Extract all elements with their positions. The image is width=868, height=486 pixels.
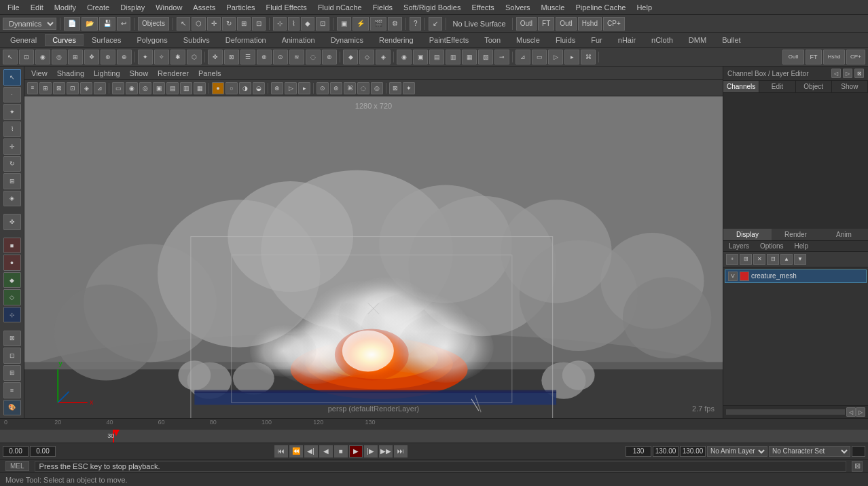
custom-icon[interactable]: ⊠ <box>224 50 239 64</box>
menu-item-softrigid[interactable]: Soft/Rigid Bodies <box>399 2 465 13</box>
vp-tb-25[interactable]: ✦ <box>403 82 415 94</box>
new-scene-btn[interactable]: 📄 <box>64 17 80 31</box>
tc2-icon[interactable]: ▭ <box>532 50 547 64</box>
tab-ncloth[interactable]: nCloth <box>644 34 681 46</box>
lasso-btn[interactable]: ⬡ <box>192 17 206 31</box>
layer-scrollbar-track[interactable] <box>726 409 845 415</box>
fluids-icon[interactable]: ≋ <box>289 50 304 64</box>
vp-menu-show[interactable]: Show <box>126 69 153 78</box>
title-btn2[interactable]: ▷ <box>843 69 852 78</box>
end-frame-field[interactable] <box>626 446 651 457</box>
timeline-ruler[interactable]: 0 20 40 60 80 100 120 130 <box>0 419 868 430</box>
menu-item-fluid-ncache[interactable]: Fluid nCache <box>313 2 367 13</box>
menu-item-particles[interactable]: Particles <box>221 2 259 13</box>
render-btn[interactable]: 🎬 <box>370 17 386 31</box>
render-icon-left[interactable]: 🎨 <box>3 400 21 416</box>
timeline-bar[interactable]: 30 <box>0 430 868 443</box>
scale-btn[interactable]: ⊞ <box>237 17 251 31</box>
vp-tb-15[interactable]: ◒ <box>253 82 265 94</box>
tc1-icon[interactable]: ⊿ <box>516 50 530 64</box>
extra-field1[interactable] <box>852 446 865 457</box>
next-key-btn[interactable]: |▶ <box>364 445 378 457</box>
layer-vis-btn[interactable]: V <box>728 272 738 281</box>
scale-tool-btn[interactable]: ⊞ <box>3 173 21 189</box>
menu-item-file[interactable]: File <box>3 2 24 13</box>
le-tab-display[interactable]: Display <box>723 229 772 240</box>
menu-item-muscle[interactable]: Muscle <box>537 2 570 13</box>
display5-icon[interactable]: ▧ <box>478 50 493 64</box>
vp-tb-21[interactable]: ⌘ <box>344 82 356 94</box>
layer-up-btn[interactable]: ▲ <box>780 254 793 265</box>
tc3-icon[interactable]: ▷ <box>548 50 563 64</box>
display3-icon[interactable]: ▥ <box>446 50 460 64</box>
tab-painteffects[interactable]: PaintEffects <box>422 34 477 46</box>
last-tool-btn[interactable]: ⊡ <box>252 17 266 31</box>
stop-btn[interactable]: ■ <box>334 445 348 457</box>
invert-sel-icon[interactable]: ⊛ <box>101 50 115 64</box>
menu-item-window[interactable]: Window <box>151 2 187 13</box>
cp-btn[interactable]: CP+ <box>603 17 625 31</box>
prev-key-btn[interactable]: ◀| <box>304 445 318 457</box>
move-tool-btn[interactable]: ✛ <box>3 138 21 155</box>
tab-surfaces[interactable]: Surfaces <box>84 34 128 46</box>
vp-tb-2[interactable]: ⊠ <box>53 82 65 94</box>
layer-new-btn[interactable]: + <box>726 254 738 265</box>
menu-item-display[interactable]: Display <box>115 2 149 13</box>
vis-toggle-icon[interactable]: ◉ <box>397 50 412 64</box>
cp2-icon[interactable]: CP+ <box>846 50 865 64</box>
tab-rendering[interactable]: Rendering <box>372 34 421 46</box>
rotate-btn[interactable]: ↻ <box>222 17 236 31</box>
lasso-tool-btn[interactable]: ⌇ <box>3 122 21 138</box>
tab-animation[interactable]: Animation <box>274 34 323 46</box>
constraint-icon[interactable]: ⊗ <box>257 50 272 64</box>
tab-muscle[interactable]: Muscle <box>509 34 547 46</box>
vp-tb-1[interactable]: ⊞ <box>39 82 52 94</box>
start-frame-field[interactable] <box>3 446 29 457</box>
vp-tb-17[interactable]: ▷ <box>285 82 297 94</box>
tab-polygons[interactable]: Polygons <box>129 34 175 46</box>
last-tool2-btn[interactable]: ◈ <box>3 191 21 207</box>
vp-tb-7[interactable]: ◉ <box>126 82 138 94</box>
paint-tool-btn[interactable]: ✦ <box>3 104 21 120</box>
le-sub-options[interactable]: Options <box>755 241 789 251</box>
tab-fur[interactable]: Fur <box>583 34 610 46</box>
components-icon[interactable]: ⊞ <box>68 50 83 64</box>
menu-item-fluid-effects[interactable]: Fluid Effects <box>261 2 312 13</box>
soft-select-icon[interactable]: ◎ <box>52 50 67 64</box>
menu-item-pipeline[interactable]: Pipeline Cache <box>571 2 630 13</box>
render-region-btn[interactable]: ▣ <box>337 17 351 31</box>
tab-nhair[interactable]: nHair <box>611 34 643 46</box>
history-btn[interactable]: ↙ <box>429 17 442 31</box>
layer-creature-mesh[interactable]: V creature_mesh <box>725 269 867 283</box>
save-scene-btn[interactable]: 💾 <box>99 17 115 31</box>
vp-tb-18[interactable]: ▸ <box>298 82 310 94</box>
tab-bullet[interactable]: Bullet <box>715 34 748 46</box>
step-back2-btn[interactable]: ◀ <box>319 445 333 457</box>
mode-select[interactable]: Dynamics <box>3 18 56 30</box>
menu-item-fields[interactable]: Fields <box>368 2 397 13</box>
hshd2-icon[interactable]: Hshd <box>823 50 845 64</box>
step-fwd-btn[interactable]: ▶▶ <box>379 445 393 457</box>
menu-item-effects[interactable]: Effects <box>467 2 499 13</box>
vp-menu-shading[interactable]: Shading <box>53 69 88 78</box>
select-box-icon[interactable]: ⊡ <box>19 50 34 64</box>
anim-layer-select[interactable]: No Anim Layer <box>707 446 767 457</box>
le-tab-anim[interactable]: Anim <box>820 229 868 240</box>
menu-item-edit[interactable]: Edit <box>26 2 48 13</box>
artisan-icon[interactable]: ✧ <box>154 50 169 64</box>
layer-dn-btn[interactable]: ▼ <box>794 254 806 265</box>
display2-icon[interactable]: ▤ <box>429 50 444 64</box>
3d-paint-icon[interactable]: ⬡ <box>187 50 202 64</box>
vp-tb-3[interactable]: ⊡ <box>67 82 79 94</box>
end-frame-field2[interactable] <box>653 446 679 457</box>
vp-tb-24[interactable]: ⊠ <box>389 82 401 94</box>
status-icon[interactable]: ⊠ <box>852 461 863 472</box>
menu-item-create[interactable]: Create <box>82 2 114 13</box>
open-scene-btn[interactable]: 📂 <box>82 17 98 31</box>
le-tab-render[interactable]: Render <box>772 229 820 240</box>
vp-tb-light[interactable]: ● <box>212 82 224 94</box>
3d-viewport[interactable]: x y 1280 x 720 persp (defaultRenderLayer… <box>24 96 723 418</box>
layer-scroll-left[interactable]: ◁ <box>846 407 856 417</box>
smooth-icon[interactable]: ⊸ <box>494 50 509 64</box>
menu-item-help[interactable]: Help <box>632 2 657 13</box>
